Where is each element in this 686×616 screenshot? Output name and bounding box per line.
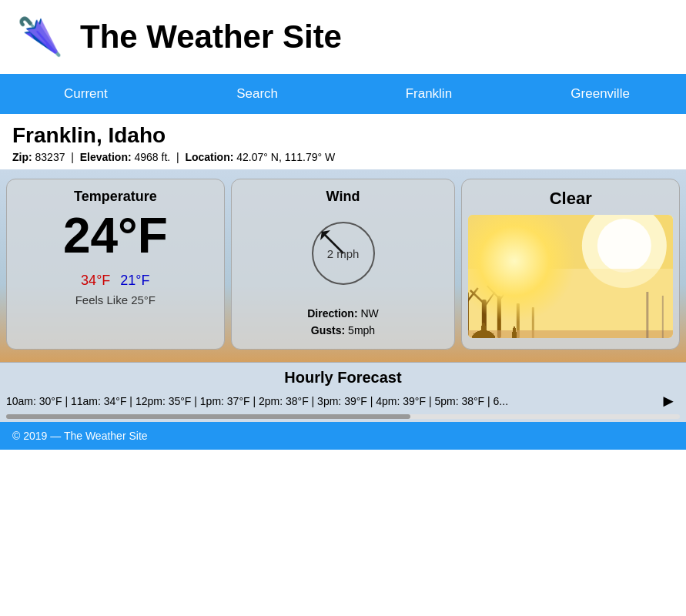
nav-item-current[interactable]: Current [0,74,172,114]
hourly-scrollbar-wrap [6,414,680,419]
wind-direction-label: Direction: [307,307,357,320]
hourly-data: 10am: 30°F | 11am: 34°F | 12pm: 35°F | 1… [6,395,508,407]
nav-item-franklin[interactable]: Franklin [343,74,515,114]
svg-rect-7 [468,292,469,338]
wind-direction-value: NW [360,307,378,320]
temperature-feels-like: Feels Like 25°F [75,293,156,306]
cards-row: Temperature 24°F 34°F 21°F Feels Like 25… [6,179,680,350]
svg-line-12 [470,290,484,303]
svg-rect-17 [517,303,520,338]
sky-card: Clear [461,179,680,350]
sky-svg [468,215,673,338]
wind-details: Direction: NW Gusts: 5mph [307,305,379,340]
nav-item-search[interactable]: Search [172,74,343,114]
svg-line-15 [487,286,499,298]
svg-rect-6 [468,269,673,338]
location-label: Location: [185,151,233,163]
svg-line-13 [484,292,495,307]
site-header: 🌂 The Weather Site [0,0,686,74]
main-nav: Current Search Franklin Greenville [0,74,686,114]
svg-line-16 [499,288,509,301]
site-title: The Weather Site [80,18,342,55]
hourly-section: Hourly Forecast 10am: 30°F | 11am: 34°F … [0,362,686,422]
elevation-value: 4968 ft. [134,151,170,163]
wind-speed: 2 mph [327,247,360,260]
svg-rect-11 [482,300,487,338]
svg-rect-19 [468,330,673,338]
svg-rect-14 [497,296,501,338]
temperature-high: 34°F [81,273,110,288]
footer-text: © 2019 — The Weather Site [12,430,148,442]
temperature-value: 24°F [63,211,168,260]
site-logo: 🌂 [9,6,71,68]
hourly-scroll[interactable]: 10am: 30°F | 11am: 34°F | 12pm: 35°F | 1… [6,394,657,408]
wind-card: Wind 2 mph Direction: NW Gusts: 5mp [231,179,456,350]
weather-section: Temperature 24°F 34°F 21°F Feels Like 25… [0,169,686,362]
coordinates-value: 42.07° N, 111.79° W [236,151,335,163]
elevation-label: Elevation: [80,151,132,163]
wind-gusts-value: 5mph [348,324,375,336]
svg-point-5 [597,219,651,273]
site-footer: © 2019 — The Weather Site [0,422,686,450]
hourly-next-arrow[interactable]: ► [657,391,680,411]
sky-card-title: Clear [550,189,592,209]
svg-rect-18 [532,307,534,338]
location-info: Franklin, Idaho Zip: 83237 | Elevation: … [0,114,686,169]
temperature-card-title: Temperature [74,189,157,205]
temperature-low: 21°F [120,273,149,288]
temperature-card: Temperature 24°F 34°F 21°F Feels Like 25… [6,179,225,350]
nav-item-greenville[interactable]: Greenville [514,74,686,114]
temperature-hi-lo: 34°F 21°F [81,273,149,289]
hourly-row: 10am: 30°F | 11am: 34°F | 12pm: 35°F | 1… [6,391,680,411]
wind-card-title: Wind [326,189,360,205]
svg-line-9 [468,288,478,303]
location-name: Franklin, Idaho [12,123,674,148]
sky-image [468,215,673,338]
hourly-scrollbar[interactable] [6,414,680,419]
zip-value: 83237 [35,151,65,163]
hourly-scrollbar-thumb[interactable] [6,414,410,419]
wind-gusts-label: Gusts: [311,324,345,336]
location-details: Zip: 83237 | Elevation: 4968 ft. | Locat… [12,151,674,163]
hourly-forecast-title: Hourly Forecast [6,369,680,387]
zip-label: Zip: [12,151,32,163]
wind-circle: 2 mph [301,211,386,296]
